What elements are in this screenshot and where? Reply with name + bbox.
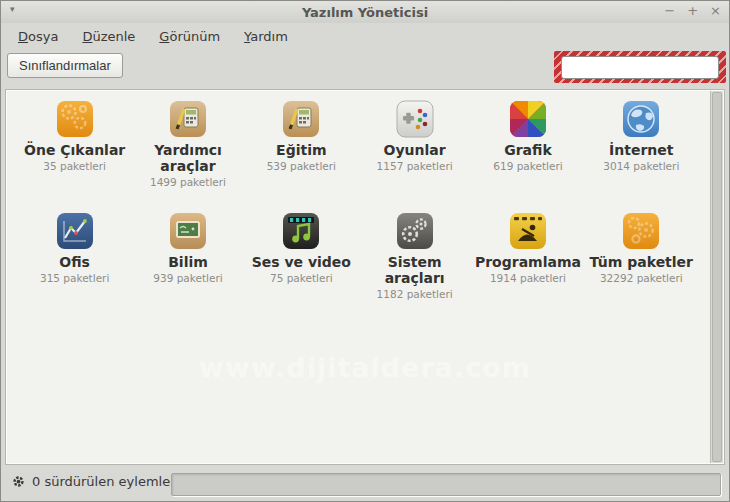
ongoing-actions-label: 0 sürdürülen eylemler — [32, 474, 176, 489]
minimize-button[interactable]: − — [664, 1, 675, 21]
featured-gears-icon — [56, 100, 94, 138]
category-programming[interactable]: Programlama 1914 paketleri — [471, 212, 584, 300]
category-name: Ses ve video — [252, 254, 351, 270]
category-count: 75 paketleri — [270, 272, 333, 284]
category-count: 1499 paketleri — [150, 176, 226, 188]
category-count: 35 paketleri — [43, 160, 106, 172]
category-count: 619 paketleri — [493, 160, 562, 172]
menu-yardim[interactable]: Yardım — [235, 27, 297, 46]
category-system-tools[interactable]: Sistem araçları 1182 paketleri — [358, 212, 471, 300]
category-name: Öne Çıkanlar — [24, 142, 125, 158]
search-box[interactable] — [561, 56, 719, 79]
category-name: Grafik — [504, 142, 552, 158]
category-name: Yardımcı araçlar — [131, 142, 244, 174]
category-sound-video[interactable]: Ses ve video 75 paketleri — [245, 212, 358, 300]
category-science[interactable]: Bilim 939 paketleri — [131, 212, 244, 300]
category-count: 939 paketleri — [153, 272, 222, 284]
category-grid: Öne Çıkanlar 35 paketleri Yardımcı araçl… — [18, 100, 698, 300]
scrollbar-thumb[interactable] — [712, 92, 722, 462]
globe-icon — [622, 100, 660, 138]
rainbow-pinwheel-icon — [509, 100, 547, 138]
category-name: Eğitim — [276, 142, 326, 158]
pencil-calculator-icon — [282, 100, 320, 138]
category-graphics[interactable]: Grafik 619 paketleri — [471, 100, 584, 188]
category-games[interactable]: Oyunlar 1157 paketleri — [358, 100, 471, 188]
category-internet[interactable]: İnternet 3014 paketleri — [585, 100, 698, 188]
maximize-button[interactable]: + — [687, 1, 698, 21]
category-office[interactable]: Ofis 315 paketleri — [18, 212, 131, 300]
chalkboard-icon — [169, 212, 207, 250]
search-input[interactable] — [566, 58, 720, 77]
category-name: Tüm paketler — [590, 254, 693, 270]
categories-panel: Öne Çıkanlar 35 paketleri Yardımcı araçl… — [5, 89, 725, 465]
watermark-text: www.dijitaldera.com — [6, 352, 724, 383]
category-count: 3014 paketleri — [603, 160, 679, 172]
status-bar: 0 sürdürülen eylemler — [1, 467, 729, 501]
worker-sign-icon — [509, 212, 547, 250]
menu-gorunum[interactable]: Görünüm — [150, 27, 229, 46]
menu-bar: Dosya Düzenle Görünüm Yardım — [1, 23, 729, 49]
category-count: 1914 paketleri — [490, 272, 566, 284]
toolbar: Sınıflandırmalar — [1, 49, 729, 89]
window-menu-icon[interactable]: ▾ — [10, 4, 15, 14]
close-button[interactable]: × — [710, 1, 721, 21]
gear-icon — [11, 474, 26, 489]
category-count: 1182 paketleri — [377, 288, 453, 300]
category-featured[interactable]: Öne Çıkanlar 35 paketleri — [18, 100, 131, 188]
category-name: Programlama — [475, 254, 581, 270]
software-manager-window: ▾ Yazılım Yöneticisi − + × Dosya Düzenle… — [0, 0, 730, 502]
music-note-clapper-icon — [282, 212, 320, 250]
category-name: Ofis — [59, 254, 90, 270]
window-title: Yazılım Yöneticisi — [1, 5, 729, 20]
categories-button[interactable]: Sınıflandırmalar — [7, 53, 123, 78]
title-bar: ▾ Yazılım Yöneticisi − + × — [1, 1, 729, 23]
vertical-scrollbar[interactable] — [710, 91, 723, 463]
search-highlight-annotation — [554, 51, 726, 83]
menu-dosya[interactable]: Dosya — [9, 27, 67, 46]
category-count: 315 paketleri — [40, 272, 109, 284]
all-packages-gears-icon — [622, 212, 660, 250]
category-count: 539 paketleri — [267, 160, 336, 172]
progress-bar — [171, 473, 721, 496]
gamepad-icon — [396, 100, 434, 138]
category-name: Sistem araçları — [358, 254, 471, 286]
category-all-packages[interactable]: Tüm paketler 32292 paketleri — [585, 212, 698, 300]
category-accessories[interactable]: Yardımcı araçlar 1499 paketleri — [131, 100, 244, 188]
category-name: Bilim — [168, 254, 208, 270]
category-count: 1157 paketleri — [377, 160, 453, 172]
office-chart-icon — [56, 212, 94, 250]
category-name: İnternet — [609, 142, 673, 158]
category-education[interactable]: Eğitim 539 paketleri — [245, 100, 358, 188]
pencil-calculator-icon — [169, 100, 207, 138]
menu-duzenle[interactable]: Düzenle — [73, 27, 144, 46]
category-count: 32292 paketleri — [600, 272, 683, 284]
category-name: Oyunlar — [384, 142, 446, 158]
system-gears-icon — [396, 212, 434, 250]
